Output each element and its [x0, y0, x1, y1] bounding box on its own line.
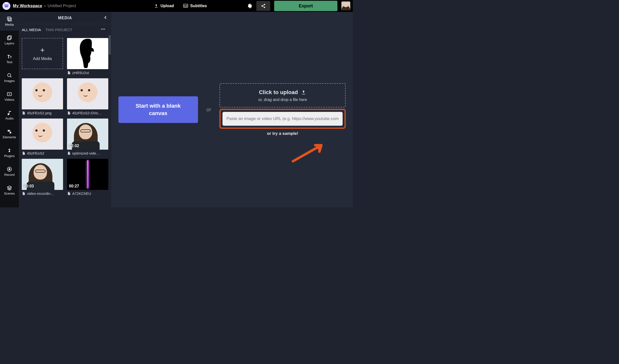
breadcrumb: My Workspace › Untitled Project: [13, 3, 76, 8]
upload-icon: [301, 90, 306, 95]
export-button[interactable]: Export: [274, 1, 337, 11]
media-thumb: 00:03: [22, 159, 63, 190]
or-separator: or: [206, 106, 211, 113]
media-thumb: 00:27: [67, 159, 108, 190]
media-item[interactable]: 00:27 A72KChEU: [67, 159, 108, 196]
svg-rect-5: [186, 6, 187, 7]
upload-subtitle: or, drag and drop a file here: [227, 98, 338, 102]
rail-scenes-label: Scenes: [4, 192, 15, 195]
svg-rect-13: [7, 37, 11, 40]
upload-dropzone[interactable]: Click to upload or, drag and drop a file…: [220, 83, 346, 107]
rail-text[interactable]: Text: [0, 49, 19, 68]
topbar: My Workspace › Untitled Project Upload S…: [0, 0, 353, 12]
media-item[interactable]: 00:03 video-recordin…: [22, 159, 63, 196]
blank-canvas-button[interactable]: Start with a blank canvas: [118, 96, 198, 123]
svg-point-19: [8, 168, 10, 170]
svg-point-10: [264, 7, 265, 8]
media-item[interactable]: 45zFEoS2.png: [22, 78, 63, 115]
media-name: 45zFEoS2: [27, 151, 44, 155]
media-scroll[interactable]: + Add Media zHR5U2sI 45zFEoS2.png: [19, 35, 111, 207]
media-duration: 00:27: [69, 184, 79, 188]
rail-videos[interactable]: Videos: [0, 87, 19, 106]
rail-record[interactable]: Record: [0, 162, 19, 181]
media-name: 45zFEoS2-OVo…: [72, 111, 102, 115]
url-input-highlight: [220, 109, 346, 129]
media-name: zHR5U2sI: [72, 71, 89, 75]
svg-point-9: [264, 4, 265, 5]
panel-title: MEDIA: [58, 16, 72, 20]
add-media-card[interactable]: + Add Media: [22, 38, 63, 75]
svg-point-1: [5, 5, 6, 6]
media-thumb: 02:02: [67, 119, 108, 150]
media-thumb: [67, 78, 108, 109]
panel-collapse-button[interactable]: [103, 15, 108, 21]
workspace-link[interactable]: My Workspace: [13, 3, 42, 8]
media-thumb: [22, 119, 63, 150]
media-name: optimized-vide…: [72, 151, 100, 155]
media-duration: 00:03: [24, 184, 34, 188]
media-item[interactable]: 45zFEoS2-OVo…: [67, 78, 108, 115]
rail-record-label: Record: [4, 173, 15, 177]
svg-point-2: [7, 5, 7, 6]
upload-title: Click to upload: [259, 89, 298, 96]
media-thumb: [67, 38, 108, 69]
media-item[interactable]: 45zFEoS2: [22, 119, 63, 155]
svg-point-22: [104, 29, 105, 30]
svg-rect-12: [8, 36, 11, 39]
rail-videos-label: Videos: [4, 98, 14, 101]
media-name: A72KChEU: [72, 191, 91, 196]
rail-elements[interactable]: Elements: [0, 124, 19, 143]
tab-this-project[interactable]: THIS PROJECT: [45, 28, 72, 32]
plus-icon: +: [40, 46, 45, 54]
url-input[interactable]: [222, 112, 343, 126]
rail-layers-label: Layers: [4, 41, 14, 45]
breadcrumb-separator: ›: [44, 3, 46, 8]
media-panel: MEDIA ALL MEDIA THIS PROJECT + Add Media: [19, 12, 111, 207]
media-duration: 02:02: [69, 144, 79, 148]
export-label: Export: [299, 3, 313, 9]
app-body: Media Layers Text Images Videos Audio El…: [0, 12, 353, 207]
svg-rect-17: [10, 132, 11, 133]
svg-rect-6: [184, 5, 185, 6]
rail-scenes[interactable]: Scenes: [0, 181, 19, 200]
svg-rect-0: [5, 5, 8, 7]
left-rail: Media Layers Text Images Videos Audio El…: [0, 12, 19, 207]
media-name: video-recordin…: [27, 191, 54, 196]
rail-audio[interactable]: Audio: [0, 106, 19, 124]
user-avatar[interactable]: [341, 1, 350, 10]
try-sample-link[interactable]: or try a sample!: [220, 131, 346, 136]
media-name: 45zFEoS2.png: [27, 111, 51, 115]
canvas-stage: Start with a blank canvas or Click to up…: [111, 12, 353, 207]
rail-plugins-label: Plugins: [4, 154, 15, 158]
app-logo[interactable]: [2, 2, 10, 10]
rail-media[interactable]: Media: [0, 12, 19, 31]
subtitles-button[interactable]: Subtitles: [180, 2, 210, 10]
rail-elements-label: Elements: [3, 135, 16, 139]
svg-point-21: [103, 29, 104, 30]
panel-more-button[interactable]: [100, 27, 106, 33]
rail-layers[interactable]: Layers: [0, 31, 19, 49]
scrollbar-thumb[interactable]: [109, 35, 111, 55]
add-media-label: Add Media: [33, 57, 52, 61]
rail-media-label: Media: [5, 23, 14, 26]
svg-rect-3: [184, 4, 188, 7]
rail-images[interactable]: Images: [0, 68, 19, 87]
rail-text-label: Text: [6, 60, 12, 64]
annotation-arrow-icon: [292, 140, 329, 162]
svg-rect-4: [184, 6, 186, 7]
rail-plugins[interactable]: Plugins: [0, 143, 19, 162]
media-thumb: [22, 78, 63, 109]
project-name[interactable]: Untitled Project: [47, 3, 76, 8]
share-button[interactable]: [256, 1, 270, 11]
tab-all-media[interactable]: ALL MEDIA: [22, 28, 41, 32]
subtitles-label: Subtitles: [190, 4, 207, 8]
rail-audio-label: Audio: [5, 117, 13, 120]
settings-button[interactable]: [245, 1, 254, 10]
media-item[interactable]: 02:02 optimized-vide…: [67, 119, 108, 155]
upload-label: Upload: [160, 4, 174, 8]
upload-button[interactable]: Upload: [151, 2, 177, 10]
svg-point-20: [101, 29, 102, 30]
svg-rect-7: [186, 5, 187, 6]
media-item[interactable]: zHR5U2sI: [67, 38, 108, 75]
rail-images-label: Images: [4, 79, 15, 83]
